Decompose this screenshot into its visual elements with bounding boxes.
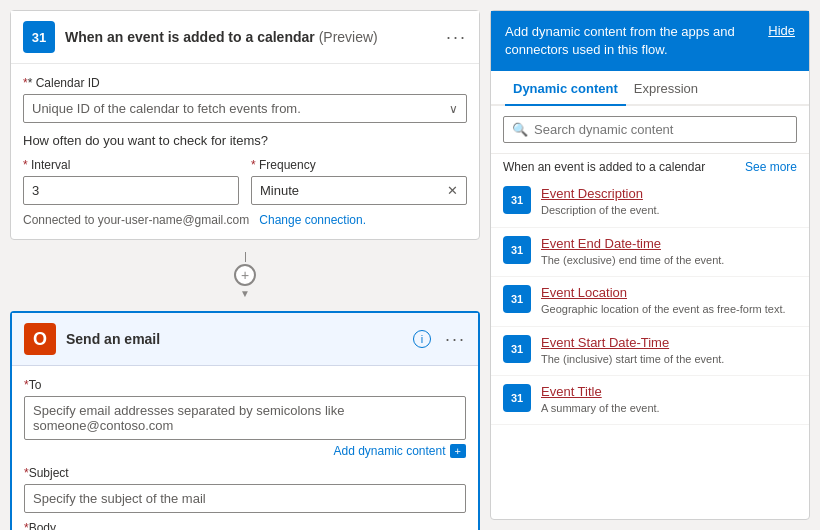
email-menu-button[interactable]: ··· — [445, 329, 466, 350]
dynamic-panel-header: Add dynamic content from the apps and co… — [491, 11, 809, 71]
email-info-button[interactable]: i — [413, 330, 431, 348]
item-icon-3: 31 — [503, 335, 531, 363]
calendar-dropdown-arrow: ∨ — [449, 102, 458, 116]
add-step-button[interactable]: + — [234, 264, 256, 286]
item-content-0: Event Description Description of the eve… — [541, 186, 797, 218]
email-card-header: O Send an email i ··· — [12, 313, 478, 366]
trigger-menu-button[interactable]: ··· — [446, 27, 467, 48]
add-step: + ▼ — [10, 248, 480, 303]
interval-frequency-row: * Interval 3 * Frequency Minute ✕ — [23, 158, 467, 205]
email-card: O Send an email i ··· *To Specify email … — [10, 311, 480, 530]
list-item[interactable]: 31 Event Location Geographic location of… — [491, 277, 809, 326]
list-item[interactable]: 31 Event Title A summary of the event. — [491, 376, 809, 425]
to-label: *To — [24, 378, 466, 392]
tab-expression[interactable]: Expression — [626, 71, 706, 106]
item-title-4: Event Title — [541, 384, 797, 399]
item-desc-4: A summary of the event. — [541, 401, 797, 416]
add-dynamic-content-row: Add dynamic content + — [24, 444, 466, 458]
item-icon-2: 31 — [503, 285, 531, 313]
trigger-card: 31 When an event is added to a calendar … — [10, 10, 480, 240]
section-header: When an event is added to a calendar See… — [491, 154, 809, 178]
trigger-change-connection[interactable]: Change connection. — [259, 213, 366, 227]
section-title: When an event is added to a calendar — [503, 160, 705, 174]
email-icon: O — [24, 323, 56, 355]
item-desc-2: Geographic location of the event as free… — [541, 302, 797, 317]
dynamic-panel-header-text: Add dynamic content from the apps and co… — [505, 23, 758, 59]
tab-dynamic-content[interactable]: Dynamic content — [505, 71, 626, 106]
email-card-body: *To Specify email addresses separated by… — [12, 366, 478, 530]
item-title-3: Event Start Date-Time — [541, 335, 797, 350]
subject-label: *Subject — [24, 466, 466, 480]
email-card-title: Send an email — [66, 331, 403, 347]
item-content-2: Event Location Geographic location of th… — [541, 285, 797, 317]
frequency-input[interactable]: Minute ✕ — [251, 176, 467, 205]
item-title-2: Event Location — [541, 285, 797, 300]
interval-col: * Interval 3 — [23, 158, 239, 205]
body-label: *Body — [24, 521, 466, 530]
dynamic-items-list: 31 Event Description Description of the … — [491, 178, 809, 519]
list-item[interactable]: 31 Event Start Date-Time The (inclusive)… — [491, 327, 809, 376]
right-panel: Add dynamic content from the apps and co… — [490, 10, 810, 520]
trigger-connection-info: Connected to your-user-name@gmail.com Ch… — [23, 213, 467, 227]
connector-arrow: ▼ — [240, 288, 250, 299]
to-input[interactable]: Specify email addresses separated by sem… — [24, 396, 466, 440]
frequency-clear-icon[interactable]: ✕ — [447, 183, 458, 198]
trigger-card-header: 31 When an event is added to a calendar … — [11, 11, 479, 64]
search-area: 🔍 — [491, 106, 809, 154]
list-item[interactable]: 31 Event Description Description of the … — [491, 178, 809, 227]
item-icon-4: 31 — [503, 384, 531, 412]
item-desc-3: The (inclusive) start time of the event. — [541, 352, 797, 367]
trigger-icon: 31 — [23, 21, 55, 53]
interval-label: * Interval — [23, 158, 239, 172]
item-desc-0: Description of the event. — [541, 203, 797, 218]
item-icon-1: 31 — [503, 236, 531, 264]
item-content-3: Event Start Date-Time The (inclusive) st… — [541, 335, 797, 367]
subject-input[interactable]: Specify the subject of the mail — [24, 484, 466, 513]
add-dynamic-content-button[interactable]: Add dynamic content + — [333, 444, 466, 458]
item-title-0: Event Description — [541, 186, 797, 201]
list-item[interactable]: 31 Event End Date-time The (exclusive) e… — [491, 228, 809, 277]
item-desc-1: The (exclusive) end time of the event. — [541, 253, 797, 268]
item-content-1: Event End Date-time The (exclusive) end … — [541, 236, 797, 268]
frequency-col: * Frequency Minute ✕ — [251, 158, 467, 205]
item-content-4: Event Title A summary of the event. — [541, 384, 797, 416]
frequency-label: * Frequency — [251, 158, 467, 172]
frequency-question: How often do you want to check for items… — [23, 133, 467, 148]
interval-input[interactable]: 3 — [23, 176, 239, 205]
trigger-card-body: ** Calendar ID Unique ID of the calendar… — [11, 64, 479, 239]
dynamic-badge: + — [450, 444, 466, 458]
search-input[interactable] — [534, 122, 788, 137]
connector-line-top — [245, 252, 246, 262]
trigger-title: When an event is added to a calendar (Pr… — [65, 29, 436, 45]
search-box: 🔍 — [503, 116, 797, 143]
item-icon-0: 31 — [503, 186, 531, 214]
calendar-id-input[interactable]: Unique ID of the calendar to fetch event… — [23, 94, 467, 123]
see-more-button[interactable]: See more — [745, 160, 797, 174]
left-panel: 31 When an event is added to a calendar … — [10, 10, 480, 520]
calendar-id-label: ** Calendar ID — [23, 76, 467, 90]
dynamic-tabs: Dynamic content Expression — [491, 71, 809, 106]
hide-button[interactable]: Hide — [768, 23, 795, 38]
item-title-1: Event End Date-time — [541, 236, 797, 251]
search-icon: 🔍 — [512, 122, 528, 137]
